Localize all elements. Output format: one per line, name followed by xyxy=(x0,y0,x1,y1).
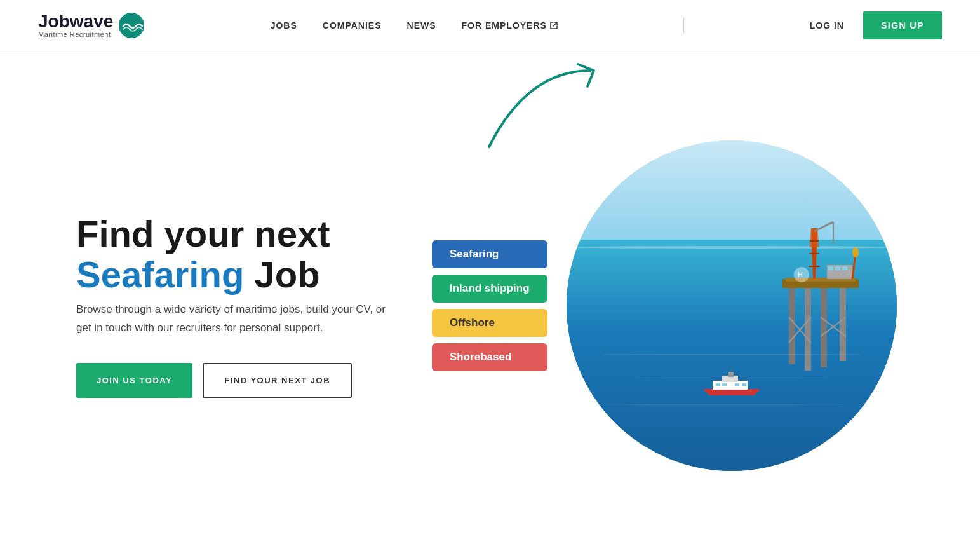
svg-rect-29 xyxy=(728,372,734,377)
svg-rect-33 xyxy=(735,383,739,386)
hero-right: Seafaring Inland shipping Offshore Shore… xyxy=(445,109,929,503)
tag-offshore[interactable]: Offshore xyxy=(432,309,547,337)
svg-rect-32 xyxy=(722,383,727,386)
category-tags: Seafaring Inland shipping Offshore Shore… xyxy=(432,240,547,371)
svg-point-0 xyxy=(119,13,144,38)
nav-actions: LOG IN SIGN UP xyxy=(810,11,942,39)
decorative-arrow xyxy=(476,58,616,160)
ocean-scene: H xyxy=(567,140,897,471)
svg-rect-22 xyxy=(835,266,840,270)
logo-brand: Jobwave xyxy=(38,13,113,31)
svg-rect-13 xyxy=(805,288,811,371)
svg-rect-21 xyxy=(828,266,833,270)
find-job-button[interactable]: FIND YOUR NEXT JOB xyxy=(203,363,352,398)
svg-rect-34 xyxy=(742,383,746,386)
nav-divider xyxy=(683,18,684,33)
hero-subtitle: Browse through a wide variety of maritim… xyxy=(76,301,394,338)
svg-point-25 xyxy=(852,247,859,257)
logo-tagline: Maritime Recruitment xyxy=(38,31,113,38)
hero-title-seafaring: Seafaring xyxy=(76,254,244,295)
main-nav: JOBS COMPANIES NEWS FOR EMPLOYERS xyxy=(271,20,558,31)
hero-title-job: Job xyxy=(254,254,319,295)
svg-line-8 xyxy=(814,222,833,231)
support-vessel xyxy=(700,367,763,399)
oil-rig: H xyxy=(751,190,878,393)
svg-rect-23 xyxy=(842,266,847,270)
join-us-button[interactable]: JOIN US TODAY xyxy=(76,363,192,398)
logo[interactable]: Jobwave Maritime Recruitment xyxy=(38,12,145,39)
svg-rect-31 xyxy=(716,383,720,386)
hero-image-circle: H xyxy=(567,140,897,471)
nav-news[interactable]: NEWS xyxy=(407,20,436,31)
svg-marker-26 xyxy=(703,389,760,395)
login-button[interactable]: LOG IN xyxy=(810,20,844,31)
svg-text:H: H xyxy=(798,271,803,278)
logo-wave-icon xyxy=(118,12,145,39)
svg-rect-15 xyxy=(840,288,846,361)
svg-rect-12 xyxy=(789,288,795,364)
hero-title: Find your next Seafaring Job xyxy=(76,214,445,295)
svg-line-24 xyxy=(852,254,856,279)
hero-buttons: JOIN US TODAY FIND YOUR NEXT JOB xyxy=(76,363,445,398)
hero-left: Find your next Seafaring Job Browse thro… xyxy=(76,214,445,398)
signup-button[interactable]: SIGN UP xyxy=(863,11,942,39)
main-content: Find your next Seafaring Job Browse thro… xyxy=(0,51,980,547)
tag-seafaring[interactable]: Seafaring xyxy=(432,240,547,268)
nav-companies[interactable]: COMPANIES xyxy=(323,20,382,31)
tag-shorebased[interactable]: Shorebased xyxy=(432,343,547,371)
external-link-icon xyxy=(549,21,558,30)
svg-rect-14 xyxy=(821,288,827,367)
nav-for-employers[interactable]: FOR EMPLOYERS xyxy=(462,20,558,31)
tag-inland-shipping[interactable]: Inland shipping xyxy=(432,275,547,303)
nav-jobs[interactable]: JOBS xyxy=(271,20,297,31)
